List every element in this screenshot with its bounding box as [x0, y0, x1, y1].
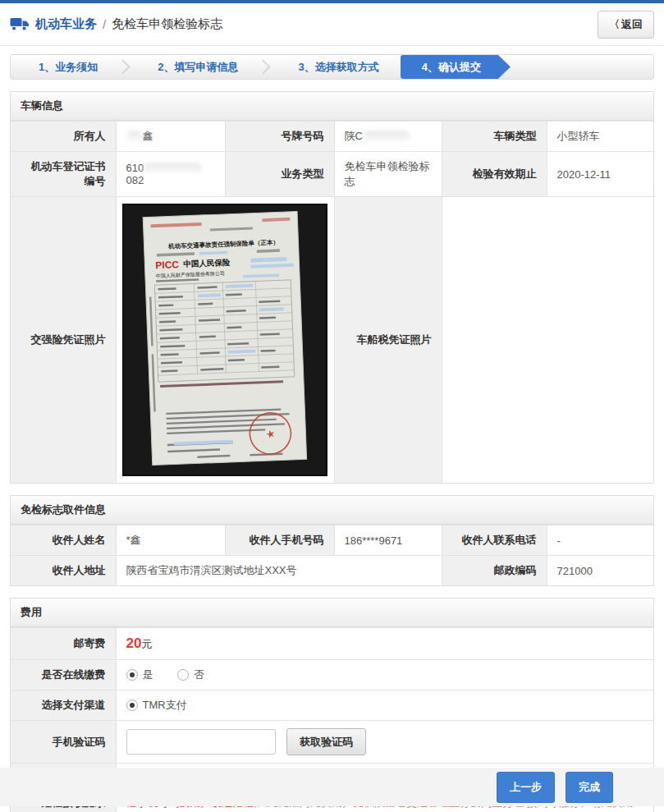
redaction-blur [363, 131, 410, 141]
plate-value: 陕C [334, 122, 442, 152]
breadcrumb-divider: / [103, 17, 106, 31]
radio-yes-icon[interactable] [126, 669, 138, 681]
online-pay-label: 是否在线缴费 [11, 660, 116, 690]
tax-photo-cell [442, 197, 655, 484]
photo-brand: PICC [155, 259, 180, 271]
vehicle-type-label: 车辆类型 [442, 122, 547, 152]
breadcrumb: 机动车业务 / 免检车申领检验标志 [10, 16, 222, 32]
table-row: 手机验证码 获取验证码 [11, 721, 653, 764]
tab-step-delivery-method[interactable]: 3、选择获取方式 [270, 55, 387, 79]
breadcrumb-section: 机动车业务 [35, 16, 97, 32]
redaction-blur [144, 163, 203, 173]
chevron-right-icon [116, 59, 131, 74]
option-label: TMR支付 [143, 699, 187, 711]
postcode-value: 721000 [547, 556, 655, 586]
recipient-phone-label: 收件人联系电话 [442, 525, 547, 556]
step-label: 2、填写申请信息 [158, 60, 238, 75]
online-pay-option-no[interactable]: 否 [177, 668, 204, 681]
chevron-right-icon [256, 59, 271, 74]
section-title: 车辆信息 [11, 92, 653, 121]
owner-value: 鑫 [116, 122, 225, 152]
pickup-info-table: 收件人姓名 *鑫 收件人手机号码 186****9671 收件人联系电话 - 收… [11, 525, 655, 585]
captcha-input[interactable] [126, 729, 276, 755]
page: 机动车业务 / 免检车申领检验标志 〈返回 1、业务须知 2、填写申请信息 3、… [0, 0, 664, 812]
table-row: 交强险凭证照片 机动车交通 [11, 197, 655, 484]
postage-unit: 元 [141, 638, 152, 650]
online-pay-option-yes[interactable]: 是 [126, 668, 153, 681]
table-row: 收件人地址 陕西省宝鸡市渭滨区测试地址XXX号 邮政编码 721000 [11, 556, 655, 586]
redaction-blur [126, 131, 143, 141]
recipient-address-value: 陕西省宝鸡市渭滨区测试地址XXX号 [116, 556, 442, 586]
get-captcha-button[interactable]: 获取验证码 [286, 728, 366, 755]
back-button[interactable]: 〈返回 [598, 11, 654, 39]
page-title: 免检车申领检验标志 [112, 16, 222, 32]
table-row: 所有人 鑫 号牌号码 陕C 车辆类型 小型轿车 [11, 122, 655, 152]
insurance-document-photo: 机动车交通事故责任强制保险单（正本） PICC 中国人民保险 中国 [122, 204, 327, 476]
postage-value: 20元 [116, 628, 653, 660]
photo-brand-name: 中国人民保险 [183, 258, 231, 268]
back-label: 返回 [621, 18, 643, 30]
payment-channel-options: TMR支付 [116, 690, 653, 721]
recipient-mobile-value: 186****9671 [334, 525, 442, 556]
captcha-cell: 获取验证码 [116, 721, 653, 764]
step-label: 4、确认提交 [422, 60, 481, 75]
vehicle-info-table: 所有人 鑫 号牌号码 陕C 车辆类型 小型轿车 机动车登记证书编号 610082… [11, 121, 655, 483]
valid-until-label: 检验有效期止 [442, 152, 547, 197]
vehicle-type-value: 小型轿车 [547, 122, 655, 152]
postage-label: 邮寄费 [11, 628, 116, 660]
cert-number-label: 机动车登记证书编号 [11, 152, 116, 197]
tax-photo-label: 车船税凭证照片 [334, 197, 442, 484]
tab-step-fill-info[interactable]: 2、填写申请信息 [130, 55, 246, 79]
footer-bar: 上一步 完成 [0, 768, 664, 806]
cert-number-value: 610082 [116, 152, 225, 197]
owner-label: 所有人 [11, 122, 116, 152]
table-row: 选择支付渠道 TMR支付 [11, 690, 653, 721]
insurance-photo-cell: 机动车交通事故责任强制保险单（正本） PICC 中国人民保险 中国 [116, 197, 334, 484]
step-label: 1、业务须知 [39, 60, 98, 75]
postcode-label: 邮政编码 [442, 556, 547, 586]
table-row: 收件人姓名 *鑫 收件人手机号码 186****9671 收件人联系电话 - [11, 525, 655, 556]
step-tabs: 1、业务须知 2、填写申请信息 3、选择获取方式 4、确认提交 [10, 54, 654, 80]
postage-amount: 20 [126, 635, 142, 651]
recipient-name-label: 收件人姓名 [11, 525, 116, 556]
section-vehicle-info: 车辆信息 所有人 鑫 号牌号码 陕C 车辆类型 小型轿车 机动车登记证书编号 6… [10, 91, 654, 484]
table-row: 机动车登记证书编号 610082 业务类型 免检车申领检验标志 检验有效期止 2… [11, 152, 655, 197]
prev-step-button[interactable]: 上一步 [497, 772, 555, 803]
insurance-photo-label: 交强险凭证照片 [11, 197, 116, 484]
captcha-label: 手机验证码 [11, 721, 116, 764]
table-row: 是否在线缴费 是 否 [11, 660, 653, 690]
online-pay-options: 是 否 [116, 660, 653, 690]
app-header: 机动车业务 / 免检车申领检验标志 〈返回 [0, 3, 664, 46]
option-label: 是 [143, 668, 153, 681]
step-label: 3、选择获取方式 [298, 60, 378, 75]
plate-label: 号牌号码 [225, 122, 334, 152]
business-type-value: 免检车申领检验标志 [334, 152, 442, 197]
valid-until-value: 2020-12-11 [547, 152, 655, 197]
section-pickup-info: 免检标志取件信息 收件人姓名 *鑫 收件人手机号码 186****9671 收件… [10, 495, 654, 586]
radio-tmr-icon[interactable] [126, 700, 138, 711]
option-label: 否 [194, 668, 204, 681]
back-chevron-icon: 〈 [609, 18, 620, 30]
payment-channel-option-tmr[interactable]: TMR支付 [126, 699, 187, 711]
recipient-mobile-label: 收件人手机号码 [225, 525, 334, 556]
table-row: 邮寄费 20元 [11, 628, 653, 660]
recipient-address-label: 收件人地址 [11, 556, 116, 586]
truck-icon [10, 17, 30, 31]
recipient-phone-value: - [547, 525, 655, 556]
recipient-name-value: *鑫 [116, 525, 225, 556]
payment-channel-label: 选择支付渠道 [11, 690, 116, 721]
radio-no-icon[interactable] [177, 669, 189, 681]
tab-step-notice[interactable]: 1、业务须知 [11, 55, 106, 79]
section-title: 免检标志取件信息 [11, 496, 653, 525]
section-title: 费用 [11, 599, 653, 627]
tab-step-confirm-submit[interactable]: 4、确认提交 [401, 55, 511, 79]
business-type-label: 业务类型 [225, 152, 334, 197]
finish-button[interactable]: 完成 [566, 772, 613, 803]
